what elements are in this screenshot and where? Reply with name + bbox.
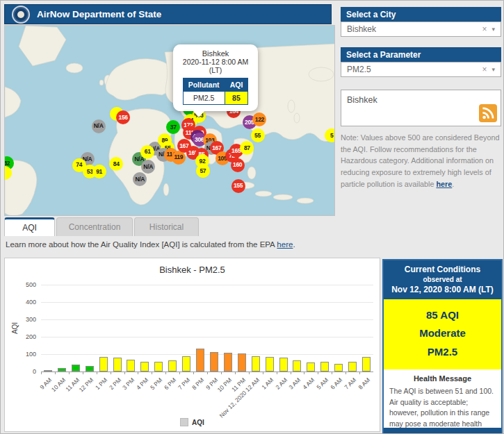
city-dropdown[interactable]: Bishkek × ▾: [341, 22, 501, 37]
observed-at-label: observed at: [387, 276, 498, 283]
note-text: Note: Values above 500 are considered Be…: [341, 133, 500, 188]
chart-bar: [266, 357, 274, 372]
chart-bar: [293, 360, 301, 372]
map-marker[interactable]: 156: [116, 110, 130, 124]
parameter-dropdown[interactable]: PM2.5 × ▾: [341, 62, 501, 77]
map-marker[interactable]: 87: [240, 141, 254, 155]
tab-aqi[interactable]: AQI: [4, 217, 55, 236]
city-dropdown-value: Bishkek: [347, 24, 376, 34]
popup-timezone: (LT): [177, 66, 254, 74]
note-here-link[interactable]: here: [436, 180, 452, 188]
chart-x-tick: [193, 372, 194, 374]
chart-x-tick: [277, 372, 277, 374]
health-message: Health Message The AQI is between 51 and…: [384, 369, 501, 434]
popup-aqi-value: 85: [225, 92, 248, 105]
legend-label: AQI: [192, 419, 204, 426]
map-marker[interactable]: N/A: [133, 172, 147, 186]
health-message-title: Health Message: [389, 374, 496, 383]
chart-bar: [348, 362, 357, 372]
chart-plot-area: 01002003004005009 AM10 AM11 AM12 PM1 PM2…: [41, 285, 373, 372]
popup-city: Bishkek: [177, 49, 254, 58]
parameter-clear-icon[interactable]: ×: [477, 65, 491, 74]
map-marker[interactable]: 5: [325, 128, 335, 142]
chart-bar: [99, 357, 108, 372]
aqi-summary-box: 85 AQI Moderate PM2.5: [384, 299, 501, 369]
map-marker[interactable]: 84: [109, 157, 123, 171]
feed-city-label: Bishkek: [347, 95, 377, 105]
current-conditions-panel: Current Conditions observed at Nov 12, 2…: [382, 259, 503, 434]
map-marker[interactable]: N/A: [92, 119, 106, 133]
chart-bar: [320, 362, 329, 372]
parameter-dropdown-value: PM2.5: [347, 65, 371, 74]
chart-y-tick-label: 100: [26, 351, 36, 358]
note-suffix: .: [452, 180, 454, 188]
parameter-caret-down-icon[interactable]: ▾: [491, 66, 501, 73]
chart-bar: [44, 370, 52, 372]
map-marker[interactable]: 57: [196, 164, 210, 178]
popup-datetime: 2020-11-12 8:00 AM: [177, 58, 254, 66]
tab-concentration[interactable]: Concentration: [56, 217, 133, 236]
app-header: AirNow Department of State: [4, 4, 332, 24]
map-marker[interactable]: N/A: [141, 160, 155, 174]
map-marker[interactable]: 122: [252, 112, 266, 126]
map-marker[interactable]: 155: [231, 179, 245, 193]
learn-more-line: Learn more about how the Air Quality Ind…: [6, 240, 295, 249]
chart-x-tick: [111, 372, 111, 374]
panel-footer-bar: [384, 428, 501, 433]
chart-x-tick: [249, 372, 250, 374]
chart-x-tick: [152, 372, 152, 374]
chart-y-tick-label: 0: [33, 368, 36, 375]
chart-gridline: [41, 302, 373, 303]
chart-bar: [362, 357, 371, 372]
chart-bar: [334, 364, 343, 372]
aqi-category: Moderate: [384, 324, 501, 342]
popup-col-pollutant: Pollutant: [183, 78, 225, 92]
chart-x-tick: [235, 372, 236, 374]
aqi-pollutant: PM2.5: [384, 343, 501, 361]
current-conditions-title: Current Conditions: [387, 265, 498, 274]
aqi-chart-panel: Bishkek - PM2.5 AQI 01002003004005009 AM…: [4, 258, 380, 432]
chart-x-tick: [69, 372, 70, 374]
rss-icon[interactable]: [479, 104, 497, 122]
tab-historical[interactable]: Historical: [134, 217, 199, 236]
aqi-note: Note: Values above 500 are considered Be…: [341, 132, 502, 190]
map-marker[interactable]: 160: [231, 158, 245, 172]
map-marker[interactable]: 91: [92, 165, 106, 178]
world-aqi-map[interactable]: 32N/A156N/A74539184N/AN/AN/AN/A8955N/A11…: [4, 25, 335, 216]
chart-bar: [252, 356, 260, 372]
popup-table: Pollutant AQI PM2.5 85: [183, 78, 249, 105]
select-city-header: Select a City: [341, 7, 501, 22]
chart-x-tick: [138, 372, 138, 374]
chart-bar: [279, 358, 288, 372]
current-conditions-header: Current Conditions observed at Nov 12, 2…: [384, 260, 501, 299]
chart-bar: [238, 353, 246, 372]
map-marker[interactable]: 61: [140, 145, 154, 159]
select-parameter-label: Select a Parameter: [346, 50, 421, 60]
city-caret-down-icon[interactable]: ▾: [491, 26, 501, 33]
learn-more-suffix: .: [293, 240, 295, 249]
chart-bar: [72, 365, 80, 372]
map-marker[interactable]: 55: [251, 128, 265, 142]
department-of-state-seal-icon: [12, 6, 30, 24]
learn-more-here-link[interactable]: here: [277, 240, 293, 249]
map-markers: 32N/A156N/A74539184N/AN/AN/AN/A8955N/A11…: [5, 26, 334, 215]
chart-y-tick-label: 200: [26, 333, 36, 340]
chart-y-tick-label: 400: [26, 299, 36, 306]
chart-x-tick: [124, 372, 125, 374]
chart-gridline: [41, 285, 373, 285]
chart-bar: [86, 366, 94, 372]
chart-x-tick: [318, 372, 318, 374]
chart-y-axis-label: AQI: [11, 322, 19, 334]
chart-x-tick: [263, 372, 263, 374]
city-clear-icon[interactable]: ×: [477, 24, 491, 34]
chart-y-tick-label: 300: [26, 316, 36, 323]
chart-legend: AQI: [5, 418, 380, 426]
popup-pollutant-value: PM2.5: [183, 92, 225, 105]
map-marker[interactable]: 37: [166, 120, 180, 134]
select-parameter-header: Select a Parameter: [341, 47, 501, 62]
legend-swatch-icon: [180, 418, 188, 426]
health-message-text: The AQI is between 51 and 100. Air quali…: [389, 386, 496, 434]
chart-x-tick: [359, 372, 360, 374]
chart-bar: [196, 349, 204, 372]
app-title: AirNow Department of State: [37, 9, 161, 19]
